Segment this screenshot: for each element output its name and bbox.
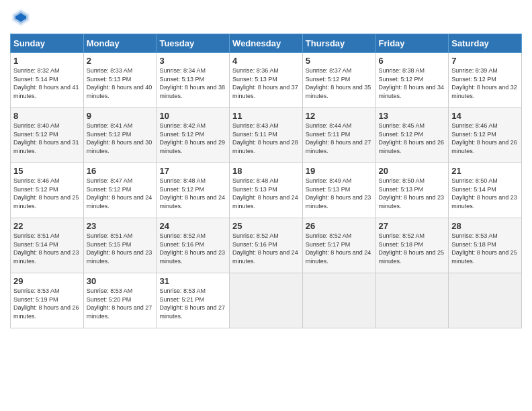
day-number: 28: [451, 221, 519, 231]
calendar-table: SundayMondayTuesdayWednesdayThursdayFrid…: [10, 34, 522, 328]
calendar-day-cell: 16Sunrise: 8:47 AMSunset: 5:12 PMDayligh…: [83, 163, 157, 218]
day-detail: Sunrise: 8:52 AMSunset: 5:17 PMDaylight:…: [306, 232, 373, 265]
calendar-day-cell: 12Sunrise: 8:44 AMSunset: 5:11 PMDayligh…: [302, 108, 375, 163]
day-detail: Sunrise: 8:42 AMSunset: 5:12 PMDaylight:…: [159, 122, 226, 155]
calendar-day-cell: 8Sunrise: 8:40 AMSunset: 5:12 PMDaylight…: [11, 108, 84, 163]
day-detail: Sunrise: 8:39 AMSunset: 5:12 PMDaylight:…: [451, 66, 519, 100]
calendar-day-cell: 2Sunrise: 8:33 AMSunset: 5:13 PMDaylight…: [83, 53, 157, 108]
day-detail: Sunrise: 8:50 AMSunset: 5:13 PMDaylight:…: [379, 177, 446, 210]
calendar-day-cell: 23Sunrise: 8:51 AMSunset: 5:15 PMDayligh…: [83, 218, 157, 273]
day-number: 6: [379, 56, 446, 66]
weekday-header: Saturday: [449, 34, 522, 53]
day-detail: Sunrise: 8:52 AMSunset: 5:16 PMDaylight:…: [232, 232, 300, 265]
day-number: 29: [13, 276, 81, 286]
day-detail: Sunrise: 8:51 AMSunset: 5:14 PMDaylight:…: [13, 232, 81, 265]
day-detail: Sunrise: 8:45 AMSunset: 5:12 PMDaylight:…: [379, 122, 446, 155]
weekday-header: Friday: [375, 34, 449, 53]
calendar-day-cell: 6Sunrise: 8:38 AMSunset: 5:12 PMDaylight…: [375, 53, 449, 108]
day-number: 3: [159, 56, 226, 66]
day-number: 18: [232, 166, 300, 176]
day-number: 7: [451, 56, 519, 66]
calendar-day-cell: 3Sunrise: 8:34 AMSunset: 5:13 PMDaylight…: [157, 53, 230, 108]
day-number: 24: [159, 221, 226, 231]
day-number: 20: [379, 166, 446, 176]
day-number: 12: [306, 111, 373, 121]
day-number: 4: [232, 56, 300, 66]
day-number: 2: [87, 56, 154, 66]
calendar-day-cell: 31Sunrise: 8:53 AMSunset: 5:21 PMDayligh…: [157, 273, 230, 328]
day-number: 8: [13, 111, 81, 121]
calendar-day-cell: 4Sunrise: 8:36 AMSunset: 5:13 PMDaylight…: [230, 53, 303, 108]
calendar-day-cell: 20Sunrise: 8:50 AMSunset: 5:13 PMDayligh…: [375, 163, 449, 218]
calendar-day-cell: [302, 273, 375, 328]
day-detail: Sunrise: 8:41 AMSunset: 5:12 PMDaylight:…: [87, 122, 154, 155]
day-number: 11: [232, 111, 300, 121]
calendar-day-cell: [230, 273, 303, 328]
calendar-day-cell: 9Sunrise: 8:41 AMSunset: 5:12 PMDaylight…: [83, 108, 157, 163]
weekday-header: Thursday: [302, 34, 375, 53]
day-detail: Sunrise: 8:53 AMSunset: 5:19 PMDaylight:…: [13, 287, 81, 320]
calendar-day-cell: 18Sunrise: 8:48 AMSunset: 5:13 PMDayligh…: [230, 163, 303, 218]
day-number: 15: [13, 166, 81, 176]
calendar-day-cell: 14Sunrise: 8:46 AMSunset: 5:12 PMDayligh…: [449, 108, 522, 163]
calendar-day-cell: 7Sunrise: 8:39 AMSunset: 5:12 PMDaylight…: [449, 53, 522, 108]
day-detail: Sunrise: 8:34 AMSunset: 5:13 PMDaylight:…: [159, 66, 226, 100]
day-detail: Sunrise: 8:37 AMSunset: 5:12 PMDaylight:…: [306, 66, 373, 100]
calendar-day-cell: 13Sunrise: 8:45 AMSunset: 5:12 PMDayligh…: [375, 108, 449, 163]
day-detail: Sunrise: 8:48 AMSunset: 5:12 PMDaylight:…: [159, 177, 226, 210]
calendar-day-cell: 15Sunrise: 8:46 AMSunset: 5:12 PMDayligh…: [11, 163, 84, 218]
calendar-day-cell: 5Sunrise: 8:37 AMSunset: 5:12 PMDaylight…: [302, 53, 375, 108]
calendar-day-cell: 27Sunrise: 8:52 AMSunset: 5:18 PMDayligh…: [375, 218, 449, 273]
main-container: SundayMondayTuesdayWednesdayThursdayFrid…: [0, 0, 532, 335]
weekday-header: Sunday: [11, 34, 84, 53]
calendar-day-cell: 21Sunrise: 8:50 AMSunset: 5:14 PMDayligh…: [449, 163, 522, 218]
day-number: 23: [87, 221, 154, 231]
day-number: 14: [451, 111, 519, 121]
weekday-header: Wednesday: [230, 34, 303, 53]
day-number: 22: [13, 221, 81, 231]
day-detail: Sunrise: 8:52 AMSunset: 5:16 PMDaylight:…: [159, 232, 226, 265]
day-detail: Sunrise: 8:51 AMSunset: 5:15 PMDaylight:…: [87, 232, 154, 265]
calendar-day-cell: 25Sunrise: 8:52 AMSunset: 5:16 PMDayligh…: [230, 218, 303, 273]
day-number: 16: [87, 166, 154, 176]
day-number: 10: [159, 111, 226, 121]
day-detail: Sunrise: 8:47 AMSunset: 5:12 PMDaylight:…: [87, 177, 154, 210]
day-number: 21: [451, 166, 519, 176]
day-number: 9: [87, 111, 154, 121]
day-detail: Sunrise: 8:32 AMSunset: 5:14 PMDaylight:…: [13, 66, 81, 100]
calendar-day-cell: 28Sunrise: 8:53 AMSunset: 5:18 PMDayligh…: [449, 218, 522, 273]
day-detail: Sunrise: 8:53 AMSunset: 5:21 PMDaylight:…: [159, 287, 226, 320]
calendar-week-row: 8Sunrise: 8:40 AMSunset: 5:12 PMDaylight…: [11, 108, 522, 163]
calendar-day-cell: 24Sunrise: 8:52 AMSunset: 5:16 PMDayligh…: [157, 218, 230, 273]
day-detail: Sunrise: 8:52 AMSunset: 5:18 PMDaylight:…: [379, 232, 446, 265]
day-number: 25: [232, 221, 300, 231]
day-number: 5: [306, 56, 373, 66]
day-detail: Sunrise: 8:49 AMSunset: 5:13 PMDaylight:…: [306, 177, 373, 210]
day-number: 31: [159, 276, 226, 286]
weekday-header: Monday: [83, 34, 157, 53]
day-number: 13: [379, 111, 446, 121]
calendar-day-cell: 17Sunrise: 8:48 AMSunset: 5:12 PMDayligh…: [157, 163, 230, 218]
day-number: 26: [306, 221, 373, 231]
day-detail: Sunrise: 8:53 AMSunset: 5:18 PMDaylight:…: [451, 232, 519, 265]
calendar-week-row: 1Sunrise: 8:32 AMSunset: 5:14 PMDaylight…: [11, 53, 522, 108]
day-detail: Sunrise: 8:48 AMSunset: 5:13 PMDaylight:…: [232, 177, 300, 210]
calendar-day-cell: 10Sunrise: 8:42 AMSunset: 5:12 PMDayligh…: [157, 108, 230, 163]
day-detail: Sunrise: 8:38 AMSunset: 5:12 PMDaylight:…: [379, 66, 446, 100]
calendar-day-cell: 29Sunrise: 8:53 AMSunset: 5:19 PMDayligh…: [11, 273, 84, 328]
day-number: 30: [87, 276, 154, 286]
calendar-week-row: 15Sunrise: 8:46 AMSunset: 5:12 PMDayligh…: [11, 163, 522, 218]
calendar-day-cell: [375, 273, 449, 328]
calendar-day-cell: 22Sunrise: 8:51 AMSunset: 5:14 PMDayligh…: [11, 218, 84, 273]
calendar-day-cell: 19Sunrise: 8:49 AMSunset: 5:13 PMDayligh…: [302, 163, 375, 218]
day-number: 17: [159, 166, 226, 176]
logo: [10, 7, 34, 28]
logo-icon: [10, 7, 32, 28]
day-detail: Sunrise: 8:40 AMSunset: 5:12 PMDaylight:…: [13, 122, 81, 155]
day-detail: Sunrise: 8:46 AMSunset: 5:12 PMDaylight:…: [13, 177, 81, 210]
day-detail: Sunrise: 8:53 AMSunset: 5:20 PMDaylight:…: [87, 287, 154, 320]
day-detail: Sunrise: 8:46 AMSunset: 5:12 PMDaylight:…: [451, 122, 519, 155]
day-number: 19: [306, 166, 373, 176]
calendar-week-row: 29Sunrise: 8:53 AMSunset: 5:19 PMDayligh…: [11, 273, 522, 328]
day-detail: Sunrise: 8:50 AMSunset: 5:14 PMDaylight:…: [451, 177, 519, 210]
